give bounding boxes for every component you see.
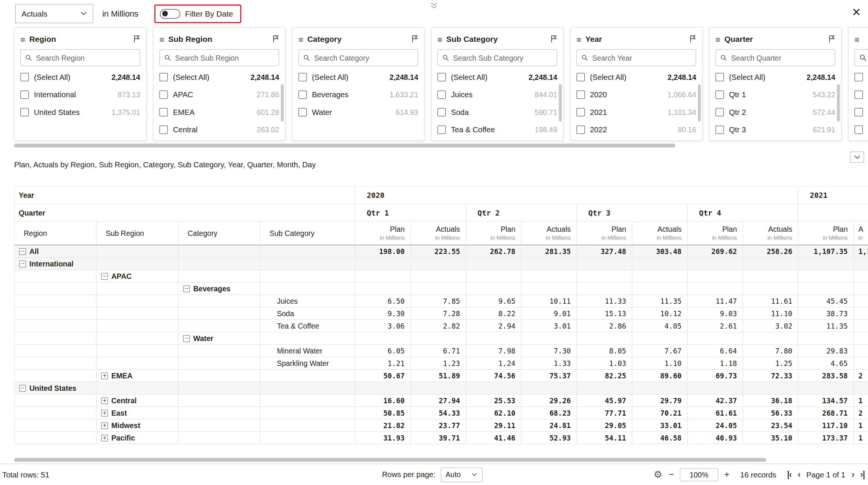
slicer-item[interactable]: Beverages1,633.21 [298,86,418,104]
slicer-vertical-scrollbar[interactable] [837,84,840,122]
slicer-search-box[interactable] [437,49,557,66]
measure-header-plan[interactable]: Planin Millions [356,222,411,245]
measure-header-plan[interactable]: Planin Millions [577,222,633,245]
slicer-item[interactable]: Central263.02 [159,121,279,139]
measure-header-plan[interactable]: Planin Millions [688,222,743,245]
expand-icon[interactable]: + [101,435,108,441]
slicer-search-box[interactable] [715,49,835,66]
slicer-search-input[interactable] [731,54,830,62]
slicer-item[interactable]: (Select All)2,248.14 [715,69,835,86]
slicer-vertical-scrollbar[interactable] [281,84,284,122]
slicer-item[interactable] [854,104,868,121]
checkbox[interactable] [854,90,863,99]
checkbox[interactable] [298,73,307,82]
checkbox[interactable] [854,125,863,134]
expand-icon[interactable]: + [101,422,108,429]
column-header-category[interactable]: Category [179,222,261,245]
table-horizontal-scrollbar[interactable] [14,458,767,462]
row-label-cell[interactable]: +EMEA [97,370,179,382]
page-last-icon[interactable]: ›| [860,470,865,480]
slicer-vertical-scrollbar[interactable] [559,84,562,122]
measure-header-plan[interactable]: Planin Millions [466,222,522,245]
year-header-2021[interactable]: 2021 [799,187,868,204]
slicer-item[interactable]: Soda590.71 [437,104,557,121]
row-label-cell[interactable]: −International [15,258,97,270]
measure-header-actuals[interactable]: Actualsin Millions [633,222,688,245]
close-icon[interactable]: × [852,5,861,19]
year-header-2020[interactable]: 2020 [356,187,799,204]
settings-gear-icon[interactable]: ⚙ [654,469,662,481]
collapse-icon[interactable]: − [19,248,26,255]
row-label-cell[interactable]: −Water [179,332,261,345]
quarter-header-qtr-2[interactable]: Qtr 2 [466,204,577,222]
row-label-cell[interactable]: +East [97,407,179,419]
slicer-item[interactable] [854,69,868,86]
slicer-item[interactable]: EMEA601.28 [159,104,279,121]
menu-icon[interactable]: ≡ [576,34,581,44]
slicer-item[interactable]: 20211,101.34 [576,104,696,121]
checkbox[interactable] [159,73,168,82]
column-header-sub-category[interactable]: Sub Category [261,222,356,245]
row-label-cell[interactable]: −APAC [97,270,179,283]
checkbox[interactable] [298,108,307,117]
quarter-header-qtr-4[interactable]: Qtr 4 [688,204,799,222]
page-first-icon[interactable]: |‹ [787,470,792,480]
slicer-search-box[interactable] [20,49,140,66]
slicer-item[interactable]: Juices844.01 [437,86,557,104]
slicer-item[interactable]: Qtr 2572.44 [715,104,835,121]
slicer-item[interactable]: (Select All)2,248.14 [20,69,140,86]
row-label-cell[interactable]: −All [15,245,97,258]
row-label-cell[interactable]: +Central [97,395,179,407]
expand-table-button[interactable] [850,151,864,163]
zoom-in-button[interactable]: + [724,470,729,480]
slicer-search-input[interactable] [175,54,274,62]
collapse-icon[interactable]: − [101,273,108,280]
page-prev-icon[interactable]: ‹ [798,470,800,480]
menu-icon[interactable]: ≡ [159,34,164,44]
checkbox[interactable] [159,125,168,134]
slicer-item[interactable]: Water614.93 [298,104,418,121]
slicer-item[interactable]: Tea & Coffee198.49 [437,121,557,139]
checkbox[interactable] [715,125,724,134]
slicer-horizontal-scrollbar[interactable] [14,144,675,148]
checkbox[interactable] [437,73,446,82]
slicer-item[interactable]: United States1,375.01 [20,104,140,121]
measure-header-actuals[interactable]: Actualsin Millions [522,222,577,245]
collapse-icon[interactable]: − [19,385,26,392]
slicer-item[interactable]: 20201,066.64 [576,86,696,104]
checkbox[interactable] [576,73,585,82]
slicer-item[interactable]: APAC271.86 [159,86,279,104]
slicer-search-box[interactable] [854,49,868,66]
quarter-header-qtr-3[interactable]: Qtr 3 [577,204,688,222]
row-label-cell[interactable]: +Midwest [97,419,179,432]
slicer-search-input[interactable] [592,54,691,62]
slicer-search-input[interactable] [453,54,552,62]
measure-dropdown[interactable]: Actuals [15,4,93,23]
checkbox[interactable] [298,90,307,99]
slicer-item[interactable]: Qtr 1543.22 [715,86,835,104]
slicer-item[interactable]: (Select All)2,248.14 [576,69,696,86]
checkbox[interactable] [715,90,724,99]
checkbox[interactable] [20,108,29,117]
slicer-item[interactable]: (Select All)2,248.14 [437,69,557,86]
checkbox[interactable] [159,90,168,99]
menu-icon[interactable]: ≡ [20,34,25,44]
slicer-item[interactable] [854,121,868,139]
slicer-item[interactable]: (Select All)2,248.14 [298,69,418,86]
column-header-region[interactable]: Region [15,222,97,245]
slicer-item[interactable]: International873.13 [20,86,140,104]
checkbox[interactable] [854,73,863,82]
row-label-cell[interactable]: −Beverages [179,283,261,295]
slicer-search-box[interactable] [159,49,279,66]
checkbox[interactable] [20,73,29,82]
slicer-search-box[interactable] [298,49,418,66]
collapse-icon[interactable]: − [183,335,190,342]
slicer-search-box[interactable] [576,49,696,66]
filter-by-date-toggle[interactable] [160,9,180,18]
row-label-cell[interactable]: −United States [15,382,97,395]
rows-per-page-dropdown[interactable]: Auto [440,467,482,482]
checkbox[interactable] [576,108,585,117]
menu-icon[interactable]: ≡ [437,34,442,44]
collapse-icon[interactable]: − [183,285,190,292]
slicer-item[interactable]: 202280.16 [576,121,696,139]
